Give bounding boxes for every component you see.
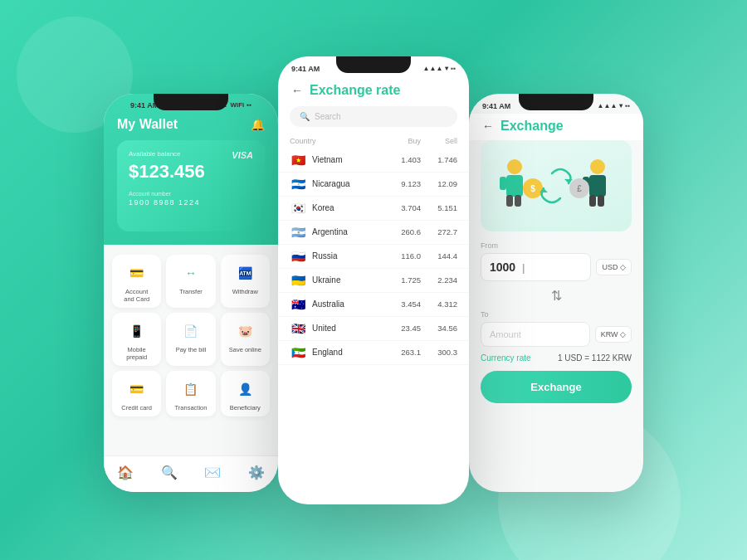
col-header-buy: Buy — [384, 137, 421, 145]
back-button-rates[interactable]: ← — [291, 84, 303, 97]
wifi-icon-3: ▾ — [619, 102, 622, 110]
menu-item-beneficiary[interactable]: 👤 Beneficiary — [221, 371, 270, 416]
phone-rates: 9:41 AM ▲▲▲ ▾ ▪▪ ← Exchange rate 🔍 Searc… — [278, 56, 469, 504]
search-bar[interactable]: 🔍 Search — [290, 106, 457, 127]
rate-row[interactable]: 🇳🇮 Nicaragua 9.123 12.09 — [278, 173, 469, 197]
sell-value: 2.234 — [421, 275, 457, 285]
sell-value: 5.151 — [421, 203, 457, 212]
exchange-svg: $ £ — [490, 149, 622, 223]
rate-row[interactable]: 🇻🇳 Vietnam 1.403 1.746 — [278, 149, 469, 173]
from-input[interactable]: 1000 | — [481, 253, 591, 281]
nav-home-icon[interactable]: 🏠 — [117, 465, 134, 480]
svg-text:$: $ — [530, 184, 535, 193]
bell-icon[interactable]: 🔔 — [251, 118, 265, 131]
rate-row[interactable]: 🇺🇦 Ukraine 1.725 2.234 — [278, 269, 469, 293]
svg-point-10 — [590, 159, 605, 174]
bottom-nav: 🏠 🔍 ✉️ ⚙️ — [104, 455, 278, 492]
rate-row[interactable]: 🇬🇶 England 263.1 300.3 — [278, 341, 469, 365]
pay-icon: 📄 — [179, 319, 203, 343]
rate-row[interactable]: 🇦🇷 Argentina 260.6 272.7 — [278, 221, 469, 245]
svg-rect-15 — [598, 195, 604, 207]
exchange-form: From 1000 | USD ◇ ⇅ To Amount KRW ◇ — [469, 241, 643, 347]
phones-wrapper: 9:41 AM ▲▲▲ WiFi ▪▪ My Wallet 🔔 VISA Ava… — [17, 56, 730, 504]
menu-item-save[interactable]: 🐷 Save online — [221, 313, 270, 366]
back-button-exchange[interactable]: ← — [482, 119, 494, 133]
exchange-illustration: $ £ — [481, 140, 632, 231]
svg-rect-4 — [506, 195, 513, 207]
account-icon: 💳 — [125, 261, 149, 285]
menu-item-transfer[interactable]: ↔️ Transfer — [166, 255, 215, 308]
svg-rect-2 — [500, 177, 506, 190]
wifi-icon: WiFi — [231, 101, 245, 109]
mobile-icon: 📱 — [125, 319, 149, 343]
nav-search-icon[interactable]: 🔍 — [161, 465, 178, 480]
svg-text:£: £ — [577, 184, 582, 193]
nav-mail-icon[interactable]: ✉️ — [204, 465, 221, 480]
col-header-country: Country — [290, 137, 384, 145]
buy-value: 1.403 — [384, 155, 421, 164]
rate-row[interactable]: 🇰🇷 Korea 3.704 5.151 — [278, 197, 469, 221]
swap-icon[interactable]: ⇅ — [551, 288, 562, 304]
menu-label-transaction: Transaction — [175, 404, 208, 411]
save-icon: 🐷 — [233, 319, 256, 343]
nav-settings-icon[interactable]: ⚙️ — [248, 465, 265, 480]
svg-rect-14 — [589, 195, 596, 207]
to-label: To — [481, 310, 632, 319]
country-name: Korea — [312, 203, 384, 212]
menu-label-pay: Pay the bill — [176, 346, 207, 353]
country-name: Nicaragua — [312, 179, 384, 188]
rate-row[interactable]: 🇷🇺 Russia 116.0 144.4 — [278, 245, 469, 269]
wallet-title: My Wallet — [117, 117, 178, 132]
currency-rate-label: Currency rate — [481, 353, 531, 363]
menu-grid: 💳 Accountand Card ↔️ Transfer 🏧 Withdraw… — [104, 245, 278, 426]
menu-label-credit: Credit card — [121, 404, 152, 411]
country-name: Australia — [312, 299, 384, 309]
withdraw-icon: 🏧 — [233, 261, 256, 285]
svg-point-0 — [507, 159, 522, 174]
to-currency[interactable]: KRW ◇ — [595, 326, 632, 343]
phone-notch-2 — [336, 56, 411, 73]
to-row: Amount KRW ◇ — [481, 322, 632, 347]
swap-row: ⇅ — [481, 288, 632, 304]
signal-icon-3: ▲▲▲ — [598, 102, 618, 110]
buy-value: 3.454 — [384, 299, 421, 309]
menu-item-withdraw[interactable]: 🏧 Withdraw — [221, 255, 270, 308]
menu-item-mobile[interactable]: 📱 Mobileprepaid — [112, 313, 161, 366]
status-time-2: 9:41 AM — [291, 65, 320, 73]
menu-item-transaction[interactable]: 📋 Transaction — [166, 371, 215, 416]
exchange-button[interactable]: Exchange — [481, 371, 632, 403]
country-name: United — [312, 324, 384, 333]
to-input[interactable]: Amount — [481, 322, 590, 347]
menu-item-account[interactable]: 💳 Accountand Card — [112, 255, 161, 308]
credit-icon: 💳 — [125, 377, 149, 401]
flag-icon: 🇬🇶 — [290, 347, 306, 358]
col-header-sell: Sell — [421, 137, 457, 145]
country-name: Ukraine — [312, 275, 384, 285]
phone-notch-1 — [154, 94, 228, 110]
flag-icon: 🇬🇧 — [290, 323, 306, 334]
wallet-header: 9:41 AM ▲▲▲ WiFi ▪▪ My Wallet 🔔 VISA Ava… — [104, 94, 278, 245]
battery-icon: ▪▪ — [247, 101, 251, 109]
svg-rect-13 — [599, 177, 606, 190]
menu-label-account: Accountand Card — [124, 288, 149, 303]
menu-item-credit[interactable]: 💳 Credit card — [112, 371, 161, 416]
svg-rect-5 — [515, 195, 521, 207]
buy-value: 263.1 — [384, 348, 421, 357]
buy-value: 23.45 — [384, 324, 421, 333]
battery-icon-2: ▪▪ — [451, 65, 456, 72]
wallet-card: VISA Available balance $123.456 Account … — [117, 140, 265, 231]
menu-item-pay[interactable]: 📄 Pay the bill — [166, 313, 215, 366]
from-currency[interactable]: USD ◇ — [596, 259, 632, 275]
transfer-icon: ↔️ — [179, 261, 203, 285]
country-name: England — [312, 348, 384, 357]
menu-label-transfer: Transfer — [179, 288, 203, 295]
exchange-header: ← Exchange — [469, 114, 643, 140]
menu-label-mobile: Mobileprepaid — [126, 346, 147, 361]
flag-icon: 🇺🇦 — [290, 275, 306, 286]
country-name: Argentina — [312, 227, 384, 236]
rate-row[interactable]: 🇬🇧 United 23.45 34.56 — [278, 317, 469, 341]
rate-row[interactable]: 🇦🇺 Australia 3.454 4.312 — [278, 293, 469, 317]
buy-value: 3.704 — [384, 203, 421, 212]
card-account-number: 1900 8988 1224 — [129, 198, 253, 207]
exchange-title: Exchange — [500, 119, 564, 134]
